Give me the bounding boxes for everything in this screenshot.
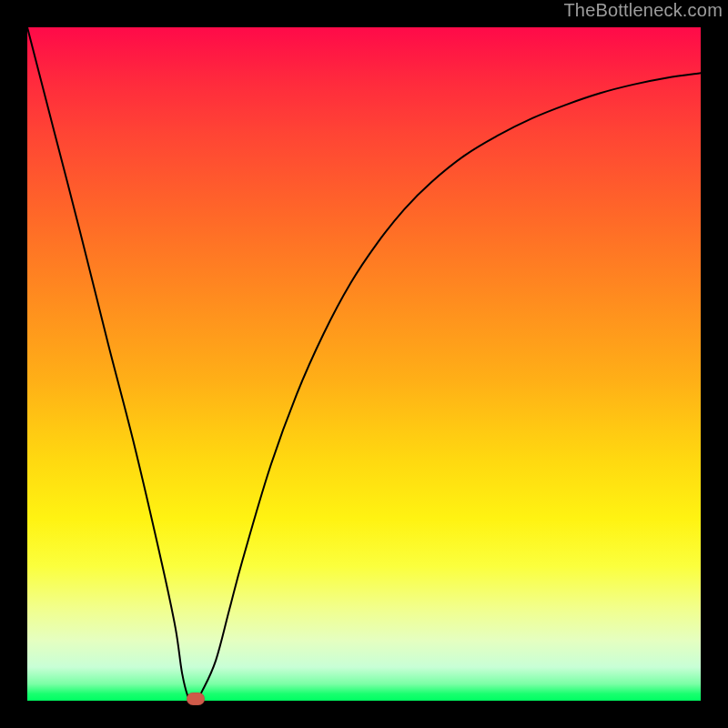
curve-svg	[27, 27, 701, 701]
chart-frame: TheBottleneck.com	[0, 0, 728, 728]
optimum-marker	[187, 693, 205, 705]
watermark-text: TheBottleneck.com	[563, 0, 723, 21]
plot-area	[27, 27, 701, 701]
bottleneck-curve	[27, 27, 701, 702]
